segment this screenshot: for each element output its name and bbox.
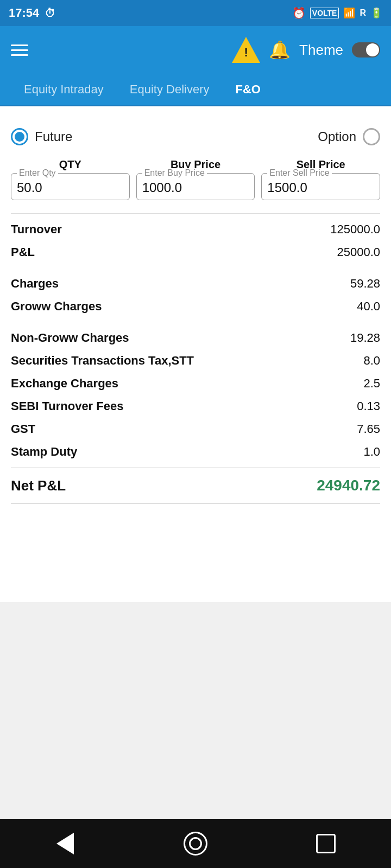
- exchange-value: 2.5: [363, 376, 380, 391]
- option-label: Option: [318, 129, 356, 144]
- option-radio[interactable]: [363, 128, 380, 145]
- trade-type-selector: Future Option: [11, 128, 380, 145]
- bell-icon[interactable]: 🔔: [269, 40, 291, 60]
- hamburger-menu[interactable]: [11, 44, 28, 56]
- qty-field-label: Enter Qty: [17, 168, 58, 178]
- nav-recents-button[interactable]: [310, 827, 342, 860]
- gst-value: 7.65: [357, 422, 380, 436]
- net-pnl-value: 24940.72: [317, 477, 380, 494]
- qty-group: QTY Enter Qty: [11, 158, 130, 200]
- future-radio[interactable]: [11, 128, 28, 145]
- charges-value: 59.28: [350, 277, 380, 291]
- non-groww-label: Non-Groww Charges: [11, 331, 129, 345]
- status-signal-icon: 📶: [343, 7, 355, 19]
- sell-price-input[interactable]: [267, 177, 374, 195]
- theme-toggle[interactable]: [352, 42, 380, 58]
- future-option[interactable]: Future: [11, 128, 72, 145]
- status-bar: 17:54 ⏱ ⏰ VOLTE 📶 R 🔋: [0, 0, 391, 26]
- result-row-gst: GST 7.65: [11, 418, 380, 441]
- groww-charges-label: Groww Charges: [11, 299, 102, 314]
- recents-icon: [316, 834, 336, 853]
- gst-label: GST: [11, 422, 35, 436]
- status-alarm-icon: ⏰: [292, 7, 306, 20]
- back-icon: [56, 833, 74, 854]
- sebi-label: SEBI Turnover Fees: [11, 399, 123, 413]
- tab-equity-intraday[interactable]: Equity Intraday: [11, 77, 117, 102]
- result-row-turnover: Turnover 125000.0: [11, 218, 380, 241]
- charges-label: Charges: [11, 277, 59, 291]
- tab-fno[interactable]: F&O: [222, 77, 273, 102]
- option-option[interactable]: Option: [318, 128, 380, 145]
- result-row-net-pnl: Net P&L 24940.72: [11, 468, 380, 503]
- theme-label: Theme: [299, 42, 343, 59]
- nav-back-button[interactable]: [49, 827, 81, 860]
- qty-input-wrapper: Enter Qty: [11, 173, 130, 200]
- main-content: Future Option QTY Enter Qty Buy Price En…: [0, 106, 391, 602]
- nav-home-button[interactable]: [179, 827, 212, 860]
- result-row-stamp: Stamp Duty 1.0: [11, 441, 380, 463]
- future-label: Future: [35, 129, 72, 144]
- sell-price-input-wrapper: Enter Sell Price: [261, 173, 380, 200]
- inputs-row: QTY Enter Qty Buy Price Enter Buy Price …: [11, 158, 380, 200]
- non-groww-value: 19.28: [350, 331, 380, 345]
- sebi-value: 0.13: [357, 399, 380, 413]
- bottom-nav: [0, 819, 391, 868]
- buy-price-input[interactable]: [142, 177, 249, 195]
- stt-value: 8.0: [363, 354, 380, 368]
- stt-label: Securities Transactions Tax,STT: [11, 354, 194, 368]
- status-battery-icon: 🔋: [370, 7, 382, 19]
- result-row-charges: Charges 59.28: [11, 272, 380, 295]
- buy-price-field-label: Enter Buy Price: [142, 168, 207, 178]
- buy-price-group: Buy Price Enter Buy Price: [136, 158, 255, 200]
- pnl-value: 25000.0: [337, 245, 380, 259]
- status-clock-icon: ⏱: [45, 7, 55, 20]
- result-row-pnl: P&L 25000.0: [11, 241, 380, 264]
- tab-equity-delivery[interactable]: Equity Delivery: [117, 77, 223, 102]
- tab-bar: Equity Intraday Equity Delivery F&O: [0, 74, 391, 106]
- top-divider: [11, 213, 380, 214]
- net-pnl-label: Net P&L: [11, 477, 66, 494]
- sell-price-field-label: Enter Sell Price: [267, 168, 331, 178]
- stamp-label: Stamp Duty: [11, 445, 77, 459]
- turnover-label: Turnover: [11, 222, 62, 237]
- qty-input[interactable]: [17, 177, 124, 195]
- empty-area: [0, 602, 391, 819]
- result-row-stt: Securities Transactions Tax,STT 8.0: [11, 349, 380, 372]
- result-row-sebi: SEBI Turnover Fees 0.13: [11, 395, 380, 418]
- home-icon: [184, 832, 207, 856]
- turnover-value: 125000.0: [330, 222, 380, 237]
- status-r-icon: R: [360, 8, 366, 18]
- buy-price-input-wrapper: Enter Buy Price: [136, 173, 255, 200]
- groww-charges-value: 40.0: [357, 299, 380, 314]
- result-row-groww-charges: Groww Charges 40.0: [11, 295, 380, 318]
- stamp-value: 1.0: [363, 445, 380, 459]
- status-time: 17:54: [9, 6, 39, 20]
- result-row-exchange: Exchange Charges 2.5: [11, 372, 380, 395]
- status-data-icon: VOLTE: [310, 8, 339, 18]
- app-header: 🔔 Theme: [0, 26, 391, 74]
- exchange-label: Exchange Charges: [11, 376, 118, 391]
- results-table: Turnover 125000.0 P&L 25000.0 Charges 59…: [11, 218, 380, 503]
- result-row-non-groww: Non-Groww Charges 19.28: [11, 327, 380, 349]
- warning-icon[interactable]: [232, 36, 260, 64]
- sell-price-group: Sell Price Enter Sell Price: [261, 158, 380, 200]
- pnl-label: P&L: [11, 245, 35, 259]
